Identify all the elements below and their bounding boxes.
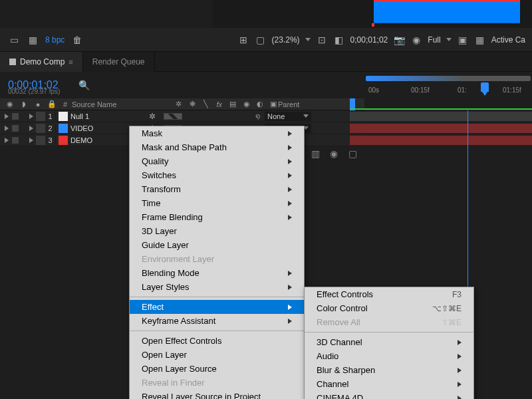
shy-switch[interactable]: ✲ <box>149 112 158 121</box>
video-toggle-icon[interactable]: ◉ <box>5 100 15 109</box>
col-source-name[interactable]: Source Name <box>72 100 172 108</box>
menu-item-label: Layer Styles <box>142 282 190 292</box>
tab-render-queue[interactable]: Render Queue <box>83 52 155 72</box>
graph-icon[interactable]: ◉ <box>327 148 340 160</box>
transparency-icon[interactable]: ◧ <box>333 35 345 45</box>
toolbar-timecode[interactable]: 0;00;01;02 <box>350 35 388 45</box>
layer-pill[interactable] <box>27 112 36 121</box>
ruler-tick: 01: <box>458 86 467 94</box>
menu-item[interactable]: Open Effect Controls <box>130 334 304 348</box>
menu-item-label: Open Effect Controls <box>142 336 221 346</box>
menu-item[interactable]: Effect <box>130 300 304 314</box>
playhead[interactable] <box>481 82 489 92</box>
motion-blur-icon[interactable]: ▥ <box>309 148 322 160</box>
audio-toggle-icon[interactable]: ◗ <box>19 100 29 109</box>
menu-item[interactable]: Mask and Shape Path <box>130 140 304 154</box>
time-ruler[interactable]: 00s 00:15f 01: 01:15f <box>364 72 532 98</box>
menu-item[interactable]: Color Control⌥⇧⌘E <box>305 301 473 315</box>
draft3d-icon[interactable]: ▢ <box>346 148 359 160</box>
layer-bar[interactable] <box>350 112 532 121</box>
layer-name[interactable]: Null 1 <box>70 112 149 120</box>
menu-item-label: Effect <box>142 302 164 312</box>
menu-item[interactable]: Audio <box>305 349 473 363</box>
menu-item-label: Effect Controls <box>317 289 373 299</box>
label-color[interactable] <box>36 124 45 133</box>
submenu-arrow-icon <box>458 340 462 345</box>
menu-item[interactable]: Channel <box>305 377 473 391</box>
video-switch[interactable] <box>12 137 19 144</box>
menu-item[interactable]: Open Layer <box>130 348 304 362</box>
tab-menu-icon[interactable]: ≡ <box>68 58 72 66</box>
menu-item[interactable]: CINEMA 4D <box>305 391 473 399</box>
menu-item-label: 3D Layer <box>142 226 177 236</box>
switch-icon: ◉ <box>242 100 251 109</box>
quality-switch[interactable] <box>164 113 182 120</box>
menu-item[interactable]: Reveal Layer Source in Project <box>130 390 304 399</box>
parent-dropdown[interactable]: None <box>265 112 311 121</box>
submenu-arrow-icon <box>288 215 292 220</box>
menu-item-label: Mask <box>142 128 162 138</box>
channels-icon[interactable]: ◉ <box>410 35 422 45</box>
expand-toggle[interactable] <box>3 124 11 132</box>
tab-label: Demo Comp <box>20 57 65 66</box>
menu-item[interactable]: Effect ControlsF3 <box>305 287 473 301</box>
layer-bar[interactable] <box>350 124 532 133</box>
display-icon[interactable]: ▢ <box>255 35 267 45</box>
menu-item[interactable]: Time <box>130 196 304 210</box>
time-navigator[interactable] <box>366 76 531 81</box>
menu-item[interactable]: Layer Styles <box>130 280 304 294</box>
layer-swatch[interactable] <box>59 136 68 145</box>
guides-icon[interactable]: ▦ <box>474 35 486 45</box>
layer-swatch[interactable] <box>59 112 68 121</box>
menu-item[interactable]: Blur & Sharpen <box>305 363 473 377</box>
tab-demo-comp[interactable]: Demo Comp ≡ <box>0 52 83 72</box>
submenu-arrow-icon <box>288 131 292 136</box>
video-switch[interactable] <box>12 113 19 120</box>
menu-item[interactable]: Quality <box>130 154 304 168</box>
lock-icon[interactable]: 🔒 <box>47 100 57 109</box>
menu-item[interactable]: Keyframe Assistant <box>130 314 304 328</box>
expand-toggle[interactable] <box>3 112 11 120</box>
layer-row[interactable]: 1 Null 1 ✲ ໑ None <box>0 110 364 122</box>
menu-item[interactable]: Switches <box>130 168 304 182</box>
menu-item[interactable]: 3D Layer <box>130 224 304 238</box>
label-color[interactable] <box>36 112 45 121</box>
crop-icon[interactable]: ⊡ <box>316 35 328 45</box>
active-camera-dropdown[interactable]: Active Ca <box>491 35 525 45</box>
layer-pill[interactable] <box>27 124 36 133</box>
label-color[interactable] <box>36 136 45 145</box>
trash-icon[interactable]: 🗑 <box>71 35 83 45</box>
menu-item-label: Time <box>142 198 160 208</box>
search-icon[interactable]: 🔍 <box>78 80 90 90</box>
menu-item[interactable]: Open Layer Source <box>130 362 304 376</box>
region-icon[interactable]: ▣ <box>457 35 469 45</box>
layer-bar[interactable] <box>350 136 532 145</box>
resolution-dropdown[interactable]: Full <box>428 35 440 45</box>
layer-pill[interactable] <box>27 136 36 145</box>
menu-item-label: Environment Layer <box>142 254 214 264</box>
folder-icon[interactable]: ▭ <box>8 35 20 45</box>
solo-icon[interactable]: ● <box>33 100 43 109</box>
separator <box>305 332 473 332</box>
zoom-dropdown[interactable]: (23.2%) <box>272 35 300 45</box>
bit-depth-label[interactable]: 8 bpc <box>45 35 65 45</box>
layer-swatch[interactable] <box>59 124 68 133</box>
expand-toggle[interactable] <box>3 136 11 144</box>
timeline-area[interactable] <box>364 110 532 146</box>
menu-item[interactable]: Mask <box>130 126 304 140</box>
switch-icon: ▣ <box>269 100 278 109</box>
menu-item[interactable]: Guide Layer <box>130 238 304 252</box>
menu-item-label: Open Layer Source <box>142 364 217 374</box>
col-number[interactable]: # <box>59 100 72 108</box>
snapshot-icon[interactable]: 📷 <box>393 35 405 45</box>
menu-shortcut: ⌥⇧⌘E <box>432 304 462 313</box>
grid-icon[interactable]: ⊞ <box>237 35 249 45</box>
new-comp-icon[interactable]: ▦ <box>27 35 39 45</box>
menu-item[interactable]: Transform <box>130 182 304 196</box>
menu-item[interactable]: 3D Channel <box>305 335 473 349</box>
switch-icon: ▤ <box>229 100 237 109</box>
video-switch[interactable] <box>12 125 19 132</box>
menu-item[interactable]: Blending Mode <box>130 266 304 280</box>
menu-item[interactable]: Frame Blending <box>130 210 304 224</box>
pickwhip-icon[interactable]: ໑ <box>255 112 265 121</box>
